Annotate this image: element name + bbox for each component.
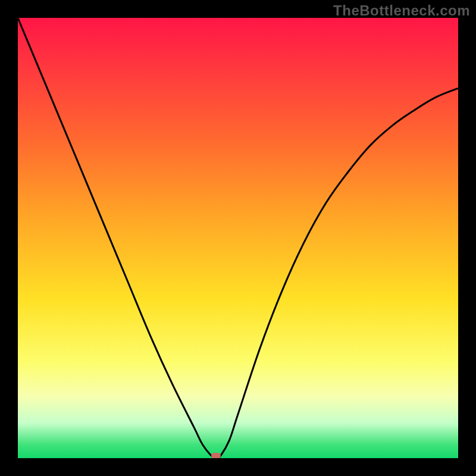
chart-frame: TheBottleneck.com — [0, 0, 476, 476]
curve-path — [18, 18, 458, 458]
minimum-marker-icon — [211, 453, 221, 458]
bottleneck-curve — [18, 18, 458, 458]
plot-area — [18, 18, 458, 458]
watermark-text: TheBottleneck.com — [333, 2, 470, 19]
